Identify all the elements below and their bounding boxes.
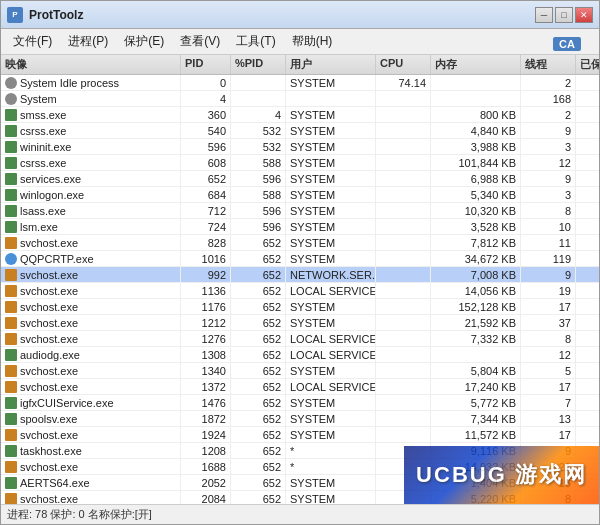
cell-ppid: 652 [231,299,286,314]
table-body[interactable]: System Idle process 0 SYSTEM 74.14 2 Sys… [1,75,599,504]
cell-name: svchost.exe [1,427,181,442]
table-row[interactable]: spoolsv.exe 1872 652 SYSTEM 7,344 KB 13 [1,411,599,427]
cell-mem: 7,332 KB [431,331,521,346]
col-threads: 线程 [521,55,576,74]
cell-threads: 2 [521,107,576,122]
table-row[interactable]: audiodg.exe 1308 652 LOCAL SERVICE 12 [1,347,599,363]
cell-name: winlogon.exe [1,187,181,202]
cell-protected [576,139,599,154]
cell-user: SYSTEM [286,219,376,234]
cell-name: QQPCRTP.exe [1,251,181,266]
cell-cpu: 74.14 [376,75,431,90]
cell-pid: 724 [181,219,231,234]
cell-threads: 13 [521,411,576,426]
table-row[interactable]: lsm.exe 724 596 SYSTEM 3,528 KB 10 [1,219,599,235]
cell-mem: 7,344 KB [431,411,521,426]
menu-view[interactable]: 查看(V) [172,31,228,52]
cell-pid: 1212 [181,315,231,330]
title-bar: P ProtToolz ─ □ ✕ [1,1,599,29]
table-row[interactable]: svchost.exe 1176 652 SYSTEM 152,128 KB 1… [1,299,599,315]
cell-pid: 1136 [181,283,231,298]
cell-ppid: 652 [231,235,286,250]
table-row[interactable]: igfxCUIService.exe 1476 652 SYSTEM 5,772… [1,395,599,411]
cell-pid: 828 [181,235,231,250]
table-row[interactable]: lsass.exe 712 596 SYSTEM 10,320 KB 8 [1,203,599,219]
cell-protected [576,315,599,330]
cell-name: services.exe [1,171,181,186]
title-left: P ProtToolz [7,7,83,23]
cell-protected [576,395,599,410]
table-row[interactable]: csrss.exe 608 588 SYSTEM 101,844 KB 12 [1,155,599,171]
cell-pid: 4 [181,91,231,106]
col-ppid: %PID [231,55,286,74]
maximize-button[interactable]: □ [555,7,573,23]
cell-pid: 992 [181,267,231,282]
cell-user: * [286,443,376,458]
cell-ppid: 652 [231,315,286,330]
cell-ppid: 652 [231,379,286,394]
cell-pid: 360 [181,107,231,122]
watermark: UCBUG 游戏网 [404,446,599,504]
cell-user: SYSTEM [286,123,376,138]
table-row[interactable]: svchost.exe 1340 652 SYSTEM 5,804 KB 5 [1,363,599,379]
cell-cpu [376,91,431,106]
table-row[interactable]: svchost.exe 828 652 SYSTEM 7,812 KB 11 [1,235,599,251]
cell-user: SYSTEM [286,411,376,426]
cell-user: SYSTEM [286,427,376,442]
cell-mem: 11,572 KB [431,427,521,442]
cell-protected [576,171,599,186]
cell-cpu [376,123,431,138]
watermark-text: UCBUG 游戏网 [416,460,587,490]
cell-pid: 596 [181,139,231,154]
table-row[interactable]: services.exe 652 596 SYSTEM 6,988 KB 9 [1,171,599,187]
cell-name: svchost.exe [1,283,181,298]
cell-name: csrss.exe [1,155,181,170]
table-row[interactable]: svchost.exe 1136 652 LOCAL SERVICE 14,05… [1,283,599,299]
table-row[interactable]: svchost.exe 1212 652 SYSTEM 21,592 KB 37 [1,315,599,331]
table-row[interactable]: winlogon.exe 684 588 SYSTEM 5,340 KB 3 [1,187,599,203]
cell-mem: 34,672 KB [431,251,521,266]
cell-pid: 1308 [181,347,231,362]
cell-pid: 1872 [181,411,231,426]
table-row[interactable]: svchost.exe 1276 652 LOCAL SERVICE 7,332… [1,331,599,347]
cell-user: * [286,459,376,474]
menu-process[interactable]: 进程(P) [60,31,116,52]
close-button[interactable]: ✕ [575,7,593,23]
cell-cpu [376,187,431,202]
col-mem: 内存 [431,55,521,74]
cell-name: svchost.exe [1,363,181,378]
cell-mem: 10,320 KB [431,203,521,218]
cell-protected [576,363,599,378]
cell-protected [576,427,599,442]
cell-cpu [376,363,431,378]
cell-protected [576,187,599,202]
cell-pid: 0 [181,75,231,90]
cell-ppid: 652 [231,251,286,266]
cell-mem [431,347,521,362]
menu-protect[interactable]: 保护(E) [116,31,172,52]
cell-threads: 12 [521,155,576,170]
main-window: P ProtToolz ─ □ ✕ 文件(F) 进程(P) 保护(E) 查看(V… [0,0,600,525]
menu-tools[interactable]: 工具(T) [228,31,283,52]
cell-cpu [376,267,431,282]
ca-badge: CA [553,37,581,51]
cell-pid: 1176 [181,299,231,314]
menu-file[interactable]: 文件(F) [5,31,60,52]
table-row[interactable]: wininit.exe 596 532 SYSTEM 3,988 KB 3 [1,139,599,155]
cell-ppid: 4 [231,107,286,122]
table-row[interactable]: System 4 168 [1,91,599,107]
table-row[interactable]: System Idle process 0 SYSTEM 74.14 2 [1,75,599,91]
table-row[interactable]: svchost.exe 1924 652 SYSTEM 11,572 KB 17 [1,427,599,443]
table-row[interactable]: svchost.exe 1372 652 LOCAL SERVICE 17,24… [1,379,599,395]
cell-cpu [376,219,431,234]
table-row[interactable]: QQPCRTP.exe 1016 652 SYSTEM 34,672 KB 11… [1,251,599,267]
minimize-button[interactable]: ─ [535,7,553,23]
table-row[interactable]: svchost.exe 992 652 NETWORK.SER... 7,008… [1,267,599,283]
table-row[interactable]: csrss.exe 540 532 SYSTEM 4,840 KB 9 [1,123,599,139]
cell-ppid [231,75,286,90]
cell-mem: 5,772 KB [431,395,521,410]
cell-mem: 5,340 KB [431,187,521,202]
menu-help[interactable]: 帮助(H) [284,31,341,52]
table-row[interactable]: smss.exe 360 4 SYSTEM 800 KB 2 [1,107,599,123]
cell-protected [576,251,599,266]
